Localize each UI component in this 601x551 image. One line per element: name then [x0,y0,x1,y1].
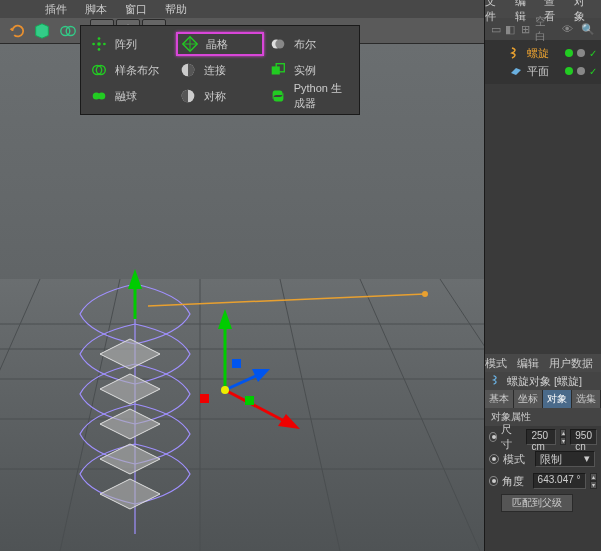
tab-objects[interactable]: 对象 [574,0,592,24]
visibility-dot[interactable] [565,67,573,75]
popup-item-array[interactable]: 阵列 [87,32,174,56]
svg-rect-27 [245,396,254,405]
radio-icon[interactable] [489,454,499,464]
helix-icon [491,374,503,388]
search-icon[interactable]: 🔍 [581,23,595,36]
viewport-3d[interactable] [0,44,484,551]
generator-popup: 阵列 晶格 布尔 样条布尔 连接 实例 融球 对称 Python 生成器 [80,25,360,115]
eye-icon[interactable]: 👁 [562,23,573,35]
angle-input[interactable]: 643.047 ° [533,473,586,489]
tree-item-helix[interactable]: 螺旋 ✓ [489,44,597,62]
svg-rect-25 [232,359,241,368]
array-icon [89,34,109,54]
connect-icon [178,60,198,80]
python-icon [268,86,288,106]
attr-panel-tabs: 模式 编辑 用户数据 [485,354,601,372]
collapse-icon[interactable]: ▭ [491,23,501,36]
popup-item-lattice[interactable]: 晶格 [176,32,263,56]
instance-icon [268,60,288,80]
render-dot[interactable] [577,67,585,75]
radio-icon[interactable] [489,476,498,486]
popup-label: 对称 [204,89,226,104]
spline-mask-icon [89,60,109,80]
helix-icon [509,46,523,60]
menu-item[interactable]: 脚本 [85,2,107,17]
tree-item-label: 平面 [527,64,549,79]
attr-label: 模式 [503,452,531,467]
popup-label: 实例 [294,63,316,78]
popup-item-metaball[interactable]: 融球 [87,84,174,108]
popup-item-instance[interactable]: 实例 [266,58,353,82]
svg-line-22 [225,374,260,390]
spinner[interactable]: ▴▾ [590,473,597,489]
size-input-2[interactable]: 950 cn [570,429,597,445]
svg-marker-19 [218,309,232,329]
popup-item-boole[interactable]: 布尔 [266,32,353,56]
radio-icon[interactable] [489,432,497,442]
svg-line-20 [225,390,290,424]
menu-item[interactable]: 窗口 [125,2,147,17]
svg-point-24 [221,386,229,394]
tab-mode[interactable]: 模式 [485,356,507,371]
tab-basic[interactable]: 基本 [485,390,514,408]
check-icon[interactable]: ✓ [589,48,597,59]
scene-overlay [0,44,484,551]
fit-to-parent-button[interactable]: 匹配到父级 [501,494,573,512]
attr-sub-tabs: 基本 坐标 对象 选集 [485,390,601,408]
svg-point-34 [98,48,101,51]
null-icon: ⊞ [519,23,531,36]
lattice-icon [180,34,200,54]
svg-point-45 [98,92,105,99]
popup-label: Python 生成器 [294,81,351,111]
popup-item-symmetry[interactable]: 对称 [176,84,263,108]
move-gizmo [200,309,300,429]
tree-item-label: 螺旋 [527,46,549,61]
tab-file[interactable]: 文件 [485,0,503,24]
tab-coord[interactable]: 坐标 [514,390,543,408]
render-dot[interactable] [577,49,585,57]
tab-userdata[interactable]: 用户数据 [549,356,593,371]
attr-row-size: 尺寸 250 cm ▴▾ 950 cn [485,426,601,448]
attr-header: 螺旋对象 [螺旋] [485,372,601,390]
attr-row-fit: 匹配到父级 [485,492,601,514]
size-input-1[interactable]: 250 cm [526,429,556,445]
tree-root[interactable]: 空白 [535,14,554,44]
attr-label: 角度 [502,474,528,489]
right-panel: 文件 编辑 查看 对象 ▭ ◧ ⊞ 空白 👁 🔍 螺旋 ✓ 平面 ✓ 模式 编辑… [484,0,601,551]
tab-edit2[interactable]: 编辑 [517,356,539,371]
tab-selection[interactable]: 选集 [572,390,601,408]
popup-item-connect[interactable]: 连接 [176,58,263,82]
popup-item-spline-mask[interactable]: 样条布尔 [87,58,174,82]
metaball-icon [89,86,109,106]
tab-edit[interactable]: 编辑 [515,0,533,24]
popup-item-python[interactable]: Python 生成器 [266,84,353,108]
mode-dropdown[interactable]: 限制▾ [535,451,595,467]
svg-point-38 [275,40,284,49]
spinner[interactable]: ▴▾ [560,429,566,445]
svg-point-31 [92,43,95,46]
svg-point-30 [97,42,101,46]
chevron-down-icon: ▾ [584,452,590,466]
visibility-dot[interactable] [565,49,573,57]
svg-marker-29 [128,269,142,289]
attr-row-mode: 模式 限制▾ [485,448,601,470]
layer-icon[interactable]: ◧ [505,23,515,36]
popup-label: 样条布尔 [115,63,159,78]
object-tree[interactable]: 螺旋 ✓ 平面 ✓ [485,40,601,84]
tool-cube-icon[interactable] [30,19,54,43]
popup-label: 布尔 [294,37,316,52]
svg-point-32 [103,43,106,46]
tree-item-plane[interactable]: 平面 ✓ [489,62,597,80]
check-icon[interactable]: ✓ [589,66,597,77]
svg-rect-26 [200,394,209,403]
y-arrow-icon [128,269,142,319]
menu-item[interactable]: 插件 [45,2,67,17]
attr-header-label: 螺旋对象 [螺旋] [507,374,582,389]
menu-item[interactable]: 帮助 [165,2,187,17]
boole-icon [268,34,288,54]
tab-object[interactable]: 对象 [543,390,572,408]
tool-undo-icon[interactable] [4,19,28,43]
tool-generator-icon[interactable] [56,19,80,43]
symmetry-icon [178,86,198,106]
helix-indicator [148,294,425,306]
